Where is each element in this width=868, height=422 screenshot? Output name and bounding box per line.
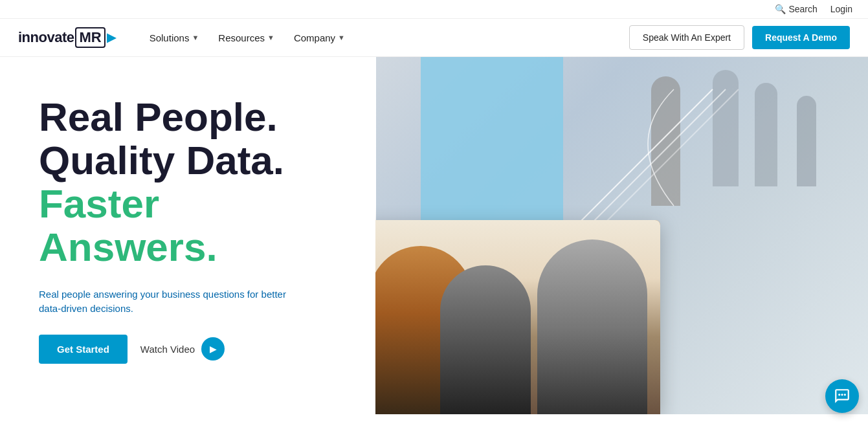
company-chevron-icon: ▼ <box>338 34 345 41</box>
hero-line4: Answers. <box>39 226 350 269</box>
resources-label: Resources <box>218 32 265 43</box>
hero-right-visual <box>375 57 868 414</box>
solutions-chevron-icon: ▼ <box>192 34 199 41</box>
office-person-silhouette-4 <box>797 96 816 186</box>
team-person-2 <box>440 265 531 414</box>
watch-video-label: Watch Video <box>140 344 195 355</box>
login-link[interactable]: Login <box>830 4 852 14</box>
watch-video-button[interactable]: Watch Video ▶ <box>140 337 225 361</box>
logo-innovate-text: innovate <box>18 29 74 46</box>
chat-icon <box>834 388 851 405</box>
svg-point-0 <box>838 394 840 395</box>
logo-arrow-icon: ▶ <box>107 30 116 45</box>
svg-point-2 <box>844 394 846 395</box>
search-label[interactable]: Search <box>788 4 817 14</box>
hero-heading: Real People. Quality Data. Faster Answer… <box>39 96 350 269</box>
play-icon[interactable]: ▶ <box>201 337 225 361</box>
hero-cta: Get Started Watch Video ▶ <box>39 335 350 364</box>
search-icon: 🔍 <box>775 4 786 14</box>
resources-nav-item[interactable]: Resources ▼ <box>210 27 282 49</box>
main-nav: innovate MR ▶ Solutions ▼ Resources ▼ Co… <box>0 19 868 57</box>
get-started-button[interactable]: Get Started <box>39 335 128 364</box>
nav-right-buttons: Speak With An Expert Request A Demo <box>629 25 850 50</box>
hero-subtext: Real people answering your business ques… <box>39 287 298 316</box>
speak-expert-button[interactable]: Speak With An Expert <box>629 25 744 50</box>
hero-left-content: Real People. Quality Data. Faster Answer… <box>0 57 375 414</box>
nav-links: Solutions ▼ Resources ▼ Company ▼ <box>142 27 629 49</box>
chat-bubble-button[interactable] <box>825 379 859 413</box>
office-person-silhouette-3 <box>755 83 777 186</box>
hero-section: Real People. Quality Data. Faster Answer… <box>0 57 868 414</box>
company-label: Company <box>294 32 335 43</box>
logo-box: MR <box>75 27 105 48</box>
hero-line2: Quality Data. <box>39 139 350 183</box>
logo-mr-text: MR <box>79 29 101 46</box>
resources-chevron-icon: ▼ <box>267 34 274 41</box>
top-utility-bar: 🔍 Search Login <box>0 0 868 19</box>
hero-line3: Faster <box>39 183 350 226</box>
team-photo <box>375 220 660 414</box>
svg-point-1 <box>841 394 843 395</box>
search-link[interactable]: 🔍 Search <box>775 4 817 14</box>
logo[interactable]: innovate MR ▶ <box>18 27 116 48</box>
request-demo-button[interactable]: Request A Demo <box>752 26 850 49</box>
company-nav-item[interactable]: Company ▼ <box>286 27 353 49</box>
team-person-3 <box>537 239 647 414</box>
solutions-nav-item[interactable]: Solutions ▼ <box>142 27 207 49</box>
login-label[interactable]: Login <box>830 4 852 14</box>
blue-accent-rectangle <box>421 57 563 245</box>
team-photo-inner <box>375 220 660 414</box>
hero-line1: Real People. <box>39 96 350 139</box>
solutions-label: Solutions <box>150 32 190 43</box>
